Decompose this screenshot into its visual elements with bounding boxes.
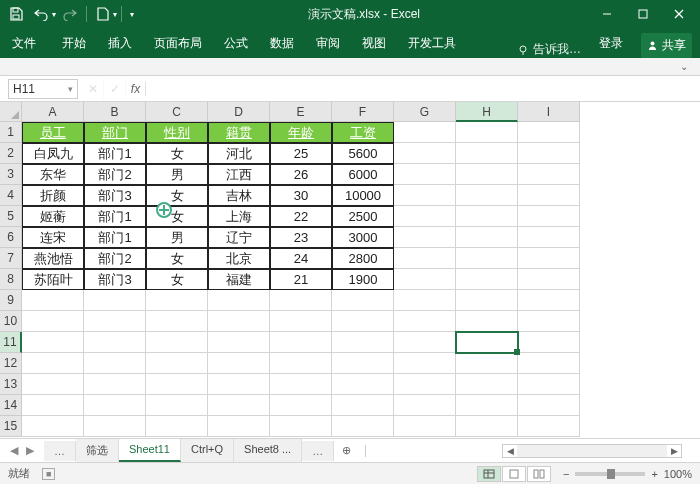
new-dropdown-icon[interactable]: ▾ [113, 10, 117, 19]
zoom-slider[interactable] [575, 472, 645, 476]
cell[interactable] [518, 269, 580, 290]
cell[interactable] [518, 185, 580, 206]
cell[interactable] [394, 311, 456, 332]
minimize-button[interactable] [590, 2, 624, 26]
cell[interactable] [332, 374, 394, 395]
cell[interactable] [394, 227, 456, 248]
worksheet-grid[interactable]: ABCDEFGHI 123456789101112131415 员工部门性别籍贯… [0, 102, 700, 438]
table-cell[interactable]: 女 [146, 206, 208, 227]
table-cell[interactable]: 2800 [332, 248, 394, 269]
horizontal-scrollbar[interactable]: ◀ ▶ [502, 444, 682, 458]
column-header-B[interactable]: B [84, 102, 146, 122]
cell[interactable] [270, 311, 332, 332]
view-pagebreak-button[interactable] [527, 466, 551, 482]
name-box[interactable]: H11 ▾ [8, 79, 78, 99]
cell[interactable] [332, 416, 394, 437]
table-cell[interactable]: 部门3 [84, 269, 146, 290]
cell[interactable] [84, 311, 146, 332]
cell[interactable] [146, 311, 208, 332]
cell[interactable] [518, 248, 580, 269]
cell[interactable] [518, 353, 580, 374]
row-header-13[interactable]: 13 [0, 374, 22, 395]
cell[interactable] [22, 395, 84, 416]
row-header-12[interactable]: 12 [0, 353, 22, 374]
cell[interactable] [22, 332, 84, 353]
tab-home[interactable]: 开始 [58, 29, 90, 58]
cell[interactable] [208, 353, 270, 374]
zoom-out-button[interactable]: − [563, 468, 569, 480]
table-cell[interactable]: 23 [270, 227, 332, 248]
sheet-tab[interactable]: 筛选 [76, 439, 119, 462]
table-cell[interactable]: 东华 [22, 164, 84, 185]
cell[interactable] [456, 353, 518, 374]
view-pagelayout-button[interactable] [502, 466, 526, 482]
sheet-tab[interactable]: Ctrl+Q [181, 439, 234, 462]
cell[interactable] [518, 374, 580, 395]
cell[interactable] [84, 353, 146, 374]
row-header-3[interactable]: 3 [0, 164, 22, 185]
table-header[interactable]: 年龄 [270, 122, 332, 143]
login-link[interactable]: 登录 [595, 29, 627, 58]
cell[interactable] [456, 311, 518, 332]
table-cell[interactable]: 男 [146, 164, 208, 185]
cell[interactable] [84, 395, 146, 416]
fx-confirm-icon[interactable]: ✓ [104, 79, 126, 99]
table-cell[interactable]: 女 [146, 185, 208, 206]
cell[interactable] [208, 374, 270, 395]
cell[interactable] [394, 164, 456, 185]
cell[interactable] [518, 290, 580, 311]
table-cell[interactable]: 部门1 [84, 143, 146, 164]
cell[interactable] [394, 269, 456, 290]
cell[interactable] [208, 416, 270, 437]
table-header[interactable]: 性别 [146, 122, 208, 143]
cell[interactable] [270, 332, 332, 353]
table-header[interactable]: 工资 [332, 122, 394, 143]
table-cell[interactable]: 部门2 [84, 248, 146, 269]
tab-review[interactable]: 审阅 [312, 29, 344, 58]
cell[interactable] [394, 290, 456, 311]
tab-view[interactable]: 视图 [358, 29, 390, 58]
table-header[interactable]: 籍贯 [208, 122, 270, 143]
column-header-D[interactable]: D [208, 102, 270, 122]
table-cell[interactable]: 26 [270, 164, 332, 185]
table-cell[interactable]: 30 [270, 185, 332, 206]
qat-customize-icon[interactable]: ▾ [126, 10, 138, 19]
table-cell[interactable]: 部门1 [84, 206, 146, 227]
cell[interactable] [456, 416, 518, 437]
row-header-1[interactable]: 1 [0, 122, 22, 143]
cell[interactable] [394, 374, 456, 395]
cell[interactable] [22, 416, 84, 437]
cell[interactable] [270, 416, 332, 437]
cell[interactable] [518, 395, 580, 416]
cell[interactable] [456, 185, 518, 206]
row-header-11[interactable]: 11 [0, 332, 22, 353]
cell[interactable] [332, 311, 394, 332]
cell[interactable] [270, 395, 332, 416]
cell[interactable] [208, 311, 270, 332]
sheet-tab[interactable]: Sheet8 ... [234, 439, 302, 462]
tab-formula[interactable]: 公式 [220, 29, 252, 58]
cell[interactable] [456, 206, 518, 227]
cell[interactable] [146, 374, 208, 395]
zoom-percent[interactable]: 100% [664, 468, 692, 480]
save-button[interactable] [4, 2, 28, 26]
table-header[interactable]: 部门 [84, 122, 146, 143]
column-header-C[interactable]: C [146, 102, 208, 122]
select-all-corner[interactable] [0, 102, 22, 122]
table-cell[interactable]: 苏陌叶 [22, 269, 84, 290]
cell[interactable] [270, 374, 332, 395]
column-header-I[interactable]: I [518, 102, 580, 122]
cell[interactable] [146, 290, 208, 311]
table-cell[interactable]: 连宋 [22, 227, 84, 248]
cell[interactable] [456, 269, 518, 290]
cell[interactable] [332, 332, 394, 353]
table-cell[interactable]: 吉林 [208, 185, 270, 206]
redo-button[interactable] [58, 2, 82, 26]
sheet-tab-more-left[interactable]: … [44, 441, 76, 461]
row-header-9[interactable]: 9 [0, 290, 22, 311]
cell[interactable] [84, 290, 146, 311]
table-cell[interactable]: 22 [270, 206, 332, 227]
cell[interactable] [456, 143, 518, 164]
table-cell[interactable]: 福建 [208, 269, 270, 290]
cell[interactable] [146, 395, 208, 416]
